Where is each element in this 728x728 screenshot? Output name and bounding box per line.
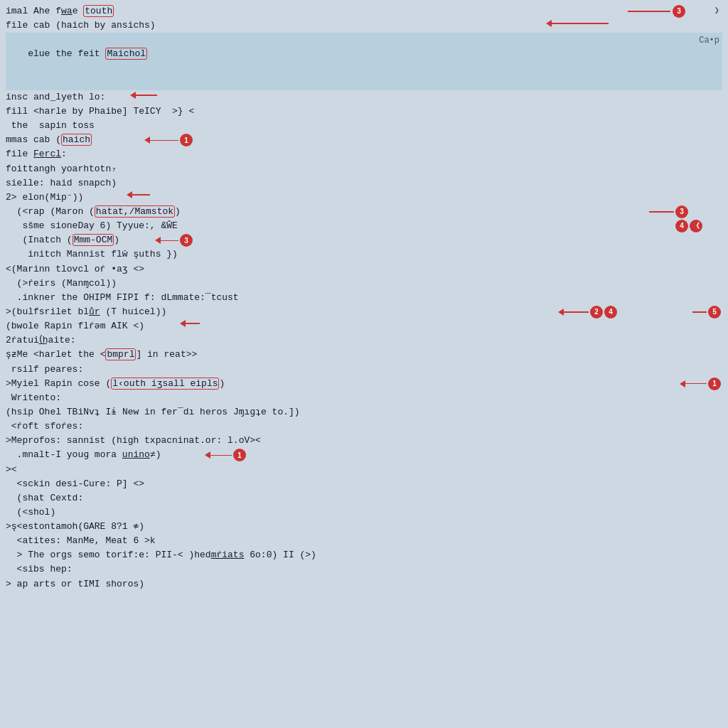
- line-text: sielle: haid snapch): [6, 176, 117, 191]
- line-text: ><: [6, 463, 17, 477]
- code-line-15: initch Mannist flŵ şuthѕ }): [6, 247, 722, 262]
- code-line-16: <(Marinn tlovcl oŕ •aʒ <>: [6, 262, 722, 277]
- highlight-hatat: hatat,/Mamstok: [95, 205, 175, 218]
- line-text: > ap arts or tIMI shoros): [6, 577, 144, 592]
- line-text: .mnalt-I youɡ mora unino≠): [6, 448, 161, 462]
- arrow-1b: 1: [680, 378, 721, 390]
- highlight-louth: l‹outh iʒsall еipls: [111, 378, 219, 390]
- code-line-37: <sibs hep:: [6, 562, 722, 577]
- code-line-27: <ŕoft sfoŕes:: [6, 419, 722, 434]
- line-text: foittangh yoarhtotn₇: [6, 162, 117, 176]
- line-text: <sckin desi-Cure: P] <>: [6, 477, 144, 491]
- chevron-right: ❯: [714, 4, 719, 18]
- code-line-4: insc and_lyeth lo:: [6, 90, 722, 105]
- arrow-3b: [546, 20, 609, 27]
- fercl-text: Fercl: [33, 149, 61, 159]
- arrow-34: 4 《: [675, 220, 702, 232]
- line-text: (Inatch (Mmm-OCM): [6, 233, 119, 247]
- arrow-3a: 3: [628, 5, 685, 18]
- code-line-1: imal Ahe fwae touth 3 ❯: [6, 4, 722, 18]
- code-line-26: (hsip Ohel TBiNvʇ Iɨ New in fer¯dı heros…: [6, 405, 722, 419]
- code-line-23: rsilf peares:: [6, 363, 722, 377]
- line-text: >ş<estontamoh(GARE 8?1 ≉): [6, 520, 144, 534]
- code-line-8: file Fercl:: [6, 147, 722, 161]
- line-text: (<shol): [6, 505, 55, 520]
- line-text: fill <harle by Phaibe] TeICY >} <: [6, 105, 194, 119]
- arrow-24: 2 4: [558, 306, 617, 318]
- code-line-14: (Inatch (Mmm-OCM) 3: [6, 233, 722, 247]
- highlight-mmmocm: Mmm-OCM: [73, 234, 114, 246]
- code-line-22: şƶMe <harlet the <bmprl] in reat>>: [6, 348, 722, 362]
- line-text: 2> elon(Mip⁻)): [6, 191, 83, 205]
- arrow-5a: 5: [692, 306, 721, 318]
- code-line-29: .mnalt-I youɡ mora unino≠) 1: [6, 448, 722, 462]
- code-display: imal Ahe fwae touth 3 ❯ file cab (haich …: [0, 0, 728, 728]
- line-text: file cab (haich by ansichs): [6, 18, 156, 33]
- arrow-1c: 1: [205, 449, 246, 461]
- code-line-10: sielle: haid snapch): [6, 176, 722, 191]
- line-text: insc and_lyeth lo:: [6, 90, 105, 105]
- code-line-3: elue the feit Maichol Ca•p: [6, 33, 722, 90]
- line-text: 2ŕatui(͟haite:: [6, 333, 76, 348]
- code-line-18: .inkner the OHIPM FIPI f: dLmmate:¯tcust: [6, 291, 722, 305]
- line-text: rsilf peares:: [6, 363, 83, 377]
- code-line-17: (>ŕeirs (Manɱcol)): [6, 277, 722, 291]
- highlight-bmprl: bmprl: [105, 348, 136, 360]
- line-text: > The orgs semo torif:e: PII-< )hedmŕiat…: [6, 548, 316, 562]
- arrow-3d: 3: [155, 234, 193, 247]
- arrow-11: [127, 191, 150, 198]
- arrow-1a: 1: [144, 134, 193, 146]
- code-line-28: >Meprofos: sannist (high txpacninat.or: …: [6, 434, 722, 448]
- code-line-12: (<rap (Maron (hatat,/Mamstok) 3: [6, 205, 722, 219]
- code-line-38: > ap arts or tIMI shoros): [6, 577, 722, 592]
- code-line-9: foittangh yoarhtotn₇: [6, 162, 722, 176]
- line-text: file Fercl:: [6, 147, 67, 161]
- arrow-3c: 3: [649, 205, 688, 218]
- code-line-20: (bwole Rapin flŕəm AIK <): [6, 319, 722, 333]
- line-text: <(Marinn tlovcl oŕ •aʒ <>: [6, 262, 144, 277]
- line-text: (bwole Rapin flŕəm AIK <): [6, 319, 144, 333]
- code-line-5: fill <harle by Phaibe] TeICY >} <: [6, 105, 722, 119]
- code-line-32: (shat Cextd:: [6, 491, 722, 505]
- code-line-34: >ş<estontamoh(GARE 8?1 ≉): [6, 520, 722, 534]
- code-line-11: 2> elon(Mip⁻)): [6, 191, 722, 205]
- arrow-insc: [130, 92, 157, 99]
- line-text: sšme sioneDay 6) Tyyue:, &ŴE: [6, 219, 178, 233]
- line-text: mmas cab (haich: [6, 133, 92, 147]
- line-text: (>ŕeirs (Manɱcol)): [6, 277, 117, 291]
- code-line-6: the sapin toss: [6, 119, 722, 133]
- code-line-21: 2ŕatui(͟haite:: [6, 333, 722, 348]
- line-text: initch Mannist flŵ şuthѕ }): [6, 247, 178, 262]
- code-line-19: >(bulfsrilet blůr (T huicel)) 2 4 5: [6, 305, 722, 319]
- highlight-maichol: Maichol: [105, 48, 147, 60]
- code-line-30: ><: [6, 463, 722, 477]
- highlight-touth: touth: [83, 5, 114, 17]
- line-text: the sapin toss: [6, 119, 95, 133]
- blur-text: ůr: [89, 306, 100, 317]
- line-text: (<rap (Maron (hatat,/Mamstok): [6, 205, 181, 219]
- unino-text: unino: [122, 449, 150, 460]
- line-text: >Myiel Rapin cose (l‹outh iʒsall еipls): [6, 377, 225, 391]
- line-text: >Meprofos: sannist (high txpacninat.or: …: [6, 434, 261, 448]
- line-text: <atites: ManMe, Meat 6 >k: [6, 534, 156, 548]
- line-text: <ŕoft sfoŕes:: [6, 419, 83, 434]
- code-line-31: <sckin desi-Cure: P] <>: [6, 477, 722, 491]
- line-text: (shat Cextd:: [6, 491, 83, 505]
- code-line-2: file cab (haich by ansichs): [6, 18, 722, 33]
- code-line-35: <atites: ManMe, Meat 6 >k: [6, 534, 722, 548]
- code-line-25: Writento:: [6, 391, 722, 405]
- line-text: imal Ahe fwae touth: [6, 4, 114, 18]
- highlight-haich: haich: [61, 134, 92, 146]
- code-line-33: (<shol): [6, 505, 722, 520]
- ca-label: Ca•p: [699, 34, 719, 48]
- code-line-36: > The orgs semo torif:e: PII-< )hedmŕiat…: [6, 548, 722, 562]
- code-line-7: mmas cab (haich 1: [6, 133, 722, 147]
- code-line-13: sšme sioneDay 6) Tyyue:, &ŴE 4 《: [6, 219, 722, 233]
- code-line-24: >Myiel Rapin cose (l‹outh iʒsall еipls) …: [6, 377, 722, 391]
- line-text: elue the feit Maichol: [28, 48, 147, 60]
- line-text: (hsip Ohel TBiNvʇ Iɨ New in fer¯dı heros…: [6, 405, 300, 419]
- line-text: .inkner the OHIPM FIPI f: dLmmate:¯tcust: [6, 291, 239, 305]
- line-text: <sibs hep:: [6, 562, 73, 577]
- line-text: Writento:: [6, 391, 61, 405]
- mriats-text: mŕiats: [211, 550, 245, 560]
